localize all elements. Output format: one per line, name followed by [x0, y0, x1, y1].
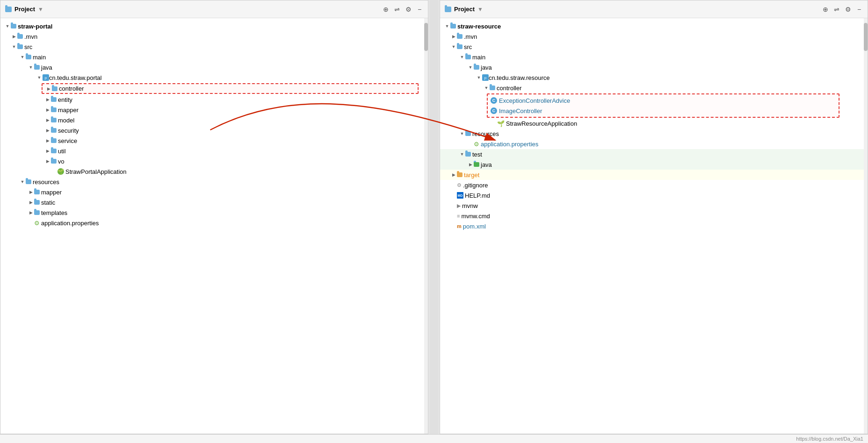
- tree-item-target[interactable]: target: [440, 170, 868, 180]
- tree-item-mapper-res[interactable]: mapper: [0, 187, 428, 197]
- tree-item-security[interactable]: security: [0, 125, 428, 136]
- tree-item-app-properties-right[interactable]: ⚙ application.properties: [440, 139, 868, 149]
- expand-arrow[interactable]: [28, 199, 34, 206]
- expand-arrow[interactable]: [450, 33, 457, 40]
- tree-item-java[interactable]: java: [0, 62, 428, 72]
- right-scrollbar[interactable]: [864, 18, 868, 434]
- minimize-icon-right[interactable]: −: [855, 6, 863, 13]
- tree-item-mvn[interactable]: .mvn: [0, 31, 428, 42]
- tree-item-util[interactable]: util: [0, 146, 428, 156]
- expand-arrow[interactable]: [11, 33, 17, 40]
- left-panel-dropdown-arrow[interactable]: ▼: [38, 6, 43, 13]
- folder-icon-java-test: [474, 162, 479, 167]
- tree-item-package-resource[interactable]: p cn.tedu.straw.resource: [440, 72, 868, 83]
- folder-icon-right: [445, 7, 451, 12]
- tree-item-service[interactable]: service: [0, 136, 428, 146]
- expand-arrow[interactable]: [44, 137, 51, 144]
- tree-item-package-portal[interactable]: p cn.tedu.straw.portal: [0, 72, 428, 83]
- expand-arrow[interactable]: [44, 117, 51, 123]
- tree-item-straw-portal-app[interactable]: 🌱 StrawPortalApplication: [0, 166, 428, 177]
- spring-config-icon: ⚙: [34, 220, 40, 227]
- tree-item-controller-right[interactable]: controller: [440, 83, 868, 93]
- expand-arrow[interactable]: [28, 64, 34, 71]
- expand-arrow[interactable]: [45, 86, 52, 92]
- tree-item-java-right[interactable]: java: [440, 62, 868, 72]
- left-scrollbar-thumb[interactable]: [424, 23, 428, 51]
- tree-item-straw-resource-app[interactable]: 🌱 StrawResourceApplication: [440, 118, 868, 129]
- tree-item-main-right[interactable]: main: [440, 52, 868, 62]
- tree-item-vo[interactable]: vo: [0, 156, 428, 166]
- tree-item-main[interactable]: main: [0, 52, 428, 62]
- expand-arrow[interactable]: [4, 23, 11, 29]
- tree-item-exception-controller[interactable]: C ExceptionControllerAdvice: [488, 95, 839, 106]
- expand-arrow[interactable]: [44, 158, 51, 164]
- controller-label: controller: [59, 85, 84, 92]
- main-label: main: [33, 54, 46, 61]
- expand-arrow[interactable]: [28, 189, 34, 195]
- expand-arrow[interactable]: [444, 23, 450, 29]
- tree-item-resources-right[interactable]: resources: [440, 129, 868, 139]
- templates-label: templates: [41, 209, 67, 216]
- tree-item-mapper-pkg[interactable]: mapper: [0, 105, 428, 115]
- java-label: java: [41, 64, 52, 71]
- tree-item-src-right[interactable]: src: [440, 42, 868, 52]
- folder-icon-mvn: [17, 34, 23, 39]
- minimize-icon[interactable]: −: [416, 6, 423, 13]
- left-panel: Project ▼ ⊕ ⇌ ⚙ − straw-portal: [0, 0, 428, 434]
- tree-item-src[interactable]: src: [0, 42, 428, 52]
- tree-item-templates[interactable]: templates: [0, 207, 428, 218]
- dashed-controller-files: C ExceptionControllerAdvice C ImageContr…: [440, 93, 868, 118]
- tree-item-pom-xml[interactable]: m pom.xml: [440, 221, 868, 231]
- tree-item-resources[interactable]: resources: [0, 177, 428, 187]
- expand-arrow[interactable]: [450, 43, 457, 50]
- expand-arrow[interactable]: [19, 54, 26, 60]
- tree-item-test[interactable]: test: [440, 149, 868, 159]
- expand-arrow[interactable]: [44, 127, 51, 134]
- tree-item-straw-resource[interactable]: straw-resource: [440, 21, 868, 31]
- locate-icon[interactable]: ⊕: [382, 6, 390, 13]
- tree-item-app-properties-left[interactable]: ⚙ application.properties: [0, 218, 428, 228]
- tree-item-mvnw[interactable]: ▶ mvnw: [440, 200, 868, 211]
- expand-arrow[interactable]: [44, 148, 51, 154]
- expand-arrow[interactable]: [28, 209, 34, 216]
- right-panel-dropdown-arrow[interactable]: ▼: [477, 6, 483, 13]
- tree-item-straw-portal[interactable]: straw-portal: [0, 21, 428, 31]
- tree-item-java-test[interactable]: java: [440, 159, 868, 170]
- gitignore-icon: ⚙: [457, 182, 462, 188]
- folder-icon-static: [34, 200, 40, 205]
- layout-icon-right[interactable]: ⇌: [833, 6, 840, 13]
- expand-arrow[interactable]: [36, 74, 43, 81]
- straw-portal-label: straw-portal: [18, 23, 52, 30]
- tree-item-mvn-right[interactable]: .mvn: [440, 31, 868, 42]
- expand-arrow[interactable]: [459, 54, 465, 60]
- expand-arrow[interactable]: [450, 171, 457, 178]
- tree-item-mvnw-cmd[interactable]: ≡ mvnw.cmd: [440, 211, 868, 221]
- expand-arrow[interactable]: [467, 64, 474, 71]
- tree-item-entity[interactable]: entity: [0, 94, 428, 105]
- expand-arrow[interactable]: [483, 85, 490, 91]
- footer-url: https://blog.csdn.net/Da_Xia1: [796, 436, 863, 442]
- tree-item-model[interactable]: model: [0, 115, 428, 125]
- locate-icon-right[interactable]: ⊕: [822, 6, 829, 13]
- expand-arrow[interactable]: [476, 74, 482, 81]
- expand-arrow[interactable]: [459, 151, 465, 157]
- expand-arrow[interactable]: [467, 161, 474, 168]
- gitignore-label: .gitignore: [463, 182, 488, 189]
- settings-icon[interactable]: ⚙: [405, 6, 412, 13]
- expand-arrow[interactable]: [44, 107, 51, 113]
- layout-icon[interactable]: ⇌: [393, 6, 401, 13]
- resources-label: resources: [33, 179, 59, 186]
- straw-portal-app-label: StrawPortalApplication: [65, 168, 127, 175]
- tree-item-static[interactable]: static: [0, 197, 428, 207]
- settings-icon-right[interactable]: ⚙: [844, 6, 852, 13]
- expand-arrow[interactable]: [44, 96, 51, 103]
- left-scrollbar[interactable]: [424, 18, 428, 434]
- tree-item-image-controller[interactable]: C ImageController: [488, 106, 839, 116]
- tree-item-gitignore[interactable]: ⚙ .gitignore: [440, 180, 868, 190]
- tree-item-controller[interactable]: controller: [42, 83, 419, 94]
- expand-arrow[interactable]: [11, 43, 17, 50]
- expand-arrow[interactable]: [19, 179, 26, 185]
- expand-arrow[interactable]: [459, 130, 465, 137]
- tree-item-help-md[interactable]: MD HELP.md: [440, 190, 868, 200]
- right-scrollbar-thumb[interactable]: [864, 23, 868, 51]
